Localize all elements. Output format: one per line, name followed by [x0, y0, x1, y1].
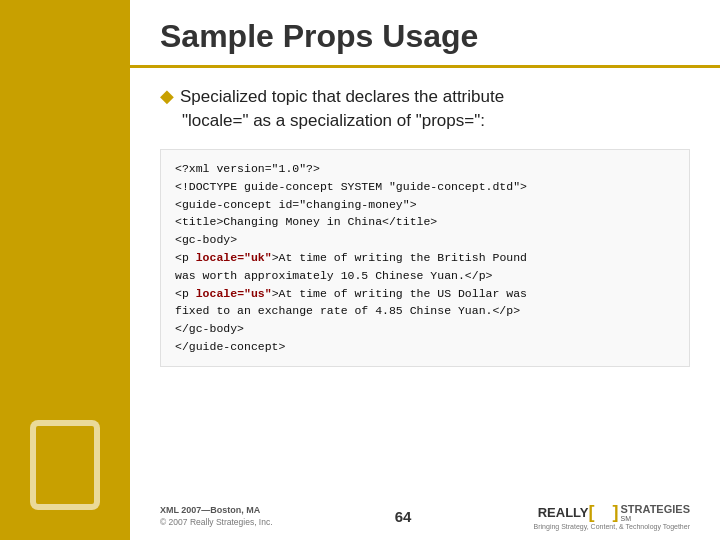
code-line-2: <!DOCTYPE guide-concept SYSTEM "guide-co…	[175, 178, 675, 196]
footer-conference: XML 2007—Boston, MA	[160, 505, 273, 515]
code-p-us-post: >At time of writing the US Dollar was	[272, 287, 527, 300]
logo-really-text: REALLY	[538, 505, 589, 520]
bullet-line1: Specialized topic that declares the attr…	[180, 87, 504, 106]
footer: XML 2007—Boston, MA © 2007 Really Strate…	[130, 494, 720, 540]
logo-strategies-text: STRATEGIES	[621, 503, 690, 515]
bullet-section: ◆Specialized topic that declares the att…	[160, 84, 690, 133]
code-locale-uk: locale="uk"	[196, 251, 272, 264]
logo-sup: SM	[621, 515, 690, 522]
code-p-uk-post: >At time of writing the British Pound	[272, 251, 527, 264]
sidebar	[0, 0, 130, 540]
code-line-6: <p locale="uk">At time of writing the Br…	[175, 249, 675, 267]
logo-open-bracket-icon: [	[589, 502, 595, 523]
content-area: ◆Specialized topic that declares the att…	[130, 84, 720, 494]
code-line-11: </guide-concept>	[175, 338, 675, 356]
logo-tagline: Bringing Strategy, Content, & Technology…	[534, 523, 690, 530]
code-line-3: <guide-concept id="changing-money">	[175, 196, 675, 214]
footer-logo: REALLY [ ] STRATEGIES SM Bringing Strate…	[534, 502, 690, 530]
code-line-8: <p locale="us">At time of writing the US…	[175, 285, 675, 303]
main-content: Sample Props Usage ◆Specialized topic th…	[130, 0, 720, 540]
code-locale-us: locale="us"	[196, 287, 272, 300]
footer-page-number: 64	[395, 508, 412, 525]
title-section: Sample Props Usage	[130, 0, 720, 68]
code-line-5: <gc-body>	[175, 231, 675, 249]
bullet-line2: "locale=" as a specialization of "props=…	[182, 111, 485, 130]
logo-close-bracket-icon: ]	[613, 502, 619, 523]
bullet-text: ◆Specialized topic that declares the att…	[160, 84, 690, 133]
code-line-4: <title>Changing Money in China</title>	[175, 213, 675, 231]
code-line-9: fixed to an exchange rate of 4.85 Chinse…	[175, 302, 675, 320]
code-line-10: </gc-body>	[175, 320, 675, 338]
sidebar-bracket-icon	[30, 420, 100, 510]
code-line-1: <?xml version="1.0"?>	[175, 160, 675, 178]
footer-left: XML 2007—Boston, MA © 2007 Really Strate…	[160, 505, 273, 527]
bullet-diamond-icon: ◆	[160, 86, 174, 106]
code-p-uk-pre: <p	[175, 251, 196, 264]
logo-row: REALLY [ ] STRATEGIES SM	[538, 502, 690, 523]
code-block: <?xml version="1.0"?> <!DOCTYPE guide-co…	[160, 149, 690, 367]
footer-copyright: © 2007 Really Strategies, Inc.	[160, 517, 273, 527]
code-p-us-pre: <p	[175, 287, 196, 300]
page-title: Sample Props Usage	[160, 18, 690, 55]
code-line-7: was worth approximately 10.5 Chinese Yua…	[175, 267, 675, 285]
